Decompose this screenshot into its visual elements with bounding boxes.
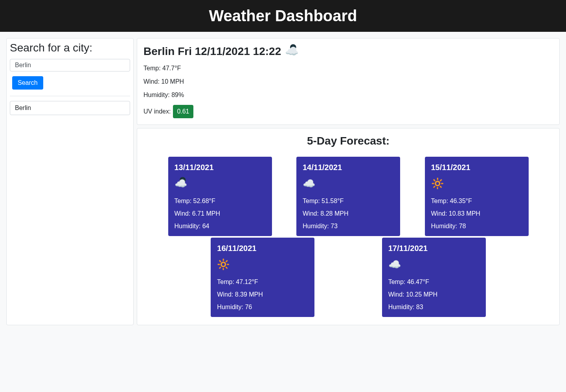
forecast-date: 13/11/2021 bbox=[175, 163, 266, 172]
forecast-title: 5-Day Forecast: bbox=[143, 135, 553, 147]
current-city-datetime: Berlin Fri 12/11/2021 12:22 bbox=[143, 45, 281, 58]
current-temp: Temp: 47.7°F bbox=[143, 65, 553, 72]
forecast-temp: Temp: 46.35°F bbox=[431, 198, 522, 205]
forecast-wind: Wind: 8.39 MPH bbox=[217, 291, 308, 298]
forecast-grid: 13/11/2021🌑☁️Temp: 52.68°FWind: 6.71 MPH… bbox=[143, 157, 553, 319]
sidebar: Search for a city: Search Berlin bbox=[6, 38, 134, 325]
history-item[interactable]: Berlin bbox=[10, 101, 130, 115]
forecast-weather-icon: 🔆 bbox=[217, 258, 308, 271]
current-humidity: Humidity: 89% bbox=[143, 92, 553, 99]
forecast-weather-icon: 🌑☁️ bbox=[175, 178, 266, 190]
forecast-temp: Temp: 52.68°F bbox=[175, 198, 266, 205]
forecast-date: 15/11/2021 bbox=[431, 163, 522, 172]
search-history: Berlin bbox=[10, 101, 130, 115]
forecast-card: 15/11/2021🔆Temp: 46.35°FWind: 10.83 MPHH… bbox=[425, 157, 529, 236]
uv-label: UV index: bbox=[143, 108, 171, 115]
forecast-wind: Wind: 8.28 MPH bbox=[303, 210, 394, 217]
forecast-temp: Temp: 47.12°F bbox=[217, 278, 308, 286]
forecast-weather-icon: 🔆 bbox=[431, 178, 522, 190]
forecast-date: 14/11/2021 bbox=[303, 163, 394, 172]
forecast-temp: Temp: 51.58°F bbox=[303, 198, 394, 205]
current-weather-icon: 🌑☁️ bbox=[285, 45, 298, 58]
app-header: Weather Dashboard bbox=[0, 0, 566, 32]
forecast-section: 5-Day Forecast: 13/11/2021🌑☁️Temp: 52.68… bbox=[137, 128, 560, 325]
current-wind: Wind: 10 MPH bbox=[143, 78, 553, 85]
forecast-card: 14/11/2021☁️Temp: 51.58°FWind: 8.28 MPHH… bbox=[296, 157, 400, 236]
forecast-humidity: Humidity: 78 bbox=[431, 223, 522, 230]
forecast-wind: Wind: 10.83 MPH bbox=[431, 210, 522, 217]
forecast-weather-icon: ☁️ bbox=[303, 178, 394, 190]
search-button[interactable]: Search bbox=[12, 76, 43, 90]
current-weather-card: Berlin Fri 12/11/2021 12:22 🌑☁️ Temp: 47… bbox=[137, 38, 560, 125]
forecast-temp: Temp: 46.47°F bbox=[388, 278, 480, 286]
forecast-humidity: Humidity: 83 bbox=[388, 304, 480, 311]
forecast-humidity: Humidity: 76 bbox=[217, 304, 308, 311]
main-content: Berlin Fri 12/11/2021 12:22 🌑☁️ Temp: 47… bbox=[137, 38, 560, 325]
search-heading: Search for a city: bbox=[10, 42, 130, 54]
sidebar-divider bbox=[10, 96, 130, 96]
forecast-weather-icon: ☁️ bbox=[388, 258, 480, 271]
forecast-date: 17/11/2021 bbox=[388, 244, 480, 253]
forecast-card: 17/11/2021☁️Temp: 46.47°FWind: 10.25 MPH… bbox=[382, 238, 486, 317]
current-uv-row: UV index: 0.61 bbox=[143, 105, 553, 118]
city-input[interactable] bbox=[10, 59, 130, 71]
forecast-wind: Wind: 6.71 MPH bbox=[175, 210, 266, 217]
forecast-card: 13/11/2021🌑☁️Temp: 52.68°FWind: 6.71 MPH… bbox=[168, 157, 272, 236]
main-container: Search for a city: Search Berlin Berlin … bbox=[0, 32, 566, 332]
forecast-humidity: Humidity: 64 bbox=[175, 223, 266, 230]
uv-badge: 0.61 bbox=[173, 105, 193, 118]
app-title: Weather Dashboard bbox=[0, 7, 566, 25]
current-title-row: Berlin Fri 12/11/2021 12:22 🌑☁️ bbox=[143, 45, 553, 58]
forecast-card: 16/11/2021🔆Temp: 47.12°FWind: 8.39 MPHHu… bbox=[211, 238, 314, 317]
forecast-humidity: Humidity: 73 bbox=[303, 223, 394, 230]
forecast-date: 16/11/2021 bbox=[217, 244, 308, 253]
forecast-wind: Wind: 10.25 MPH bbox=[388, 291, 480, 298]
